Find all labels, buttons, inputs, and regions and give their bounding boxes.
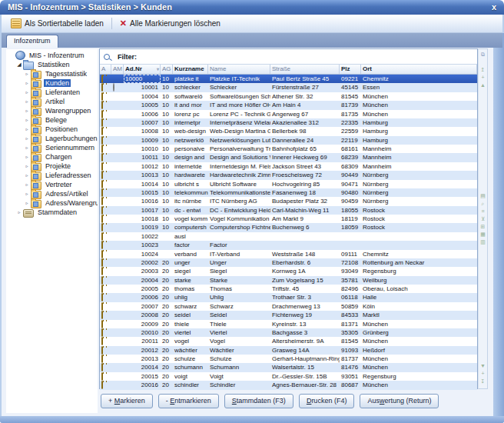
grid-a-icon[interactable]: ▦ xyxy=(479,231,487,238)
expand-arrow-icon[interactable]: ▹ xyxy=(23,162,31,171)
expand-arrow-icon[interactable]: ▹ xyxy=(23,180,31,189)
table-row[interactable]: 10024verbandIT-VerbandWeststraße 1480911… xyxy=(100,250,477,258)
expand-arrow-icon[interactable]: ▹ xyxy=(23,189,31,198)
table-row[interactable]: 1001510telekommunTelekommunikationstechn… xyxy=(100,188,477,197)
filter-row[interactable]: Filter: xyxy=(100,49,477,65)
table-row[interactable]: 2001620schindlerSchindlerAgnes-Bernauer-… xyxy=(100,381,477,389)
scroll-to-top-icon[interactable]: ↥ xyxy=(479,66,487,74)
tree-item-lieferanten[interactable]: ▹Lieferanten xyxy=(6,88,98,97)
tree-item-lieferadressen[interactable]: ▹Lieferadressen xyxy=(6,171,98,180)
table-row[interactable]: 2001320schulzeSchulzeGerhart-Hauptmann-R… xyxy=(100,355,477,363)
table-row[interactable]: 2000720schwarzSchwarzDrachmenweg 1350859… xyxy=(100,302,477,311)
table-row[interactable]: 1000910netzwerklöNetzwerklösungen Lutz R… xyxy=(100,136,477,145)
table-row[interactable]: 2001120vogelVogelAltersheimerstr. 9A8154… xyxy=(100,337,477,345)
column-header-ort[interactable]: Ort xyxy=(361,65,477,74)
expand-arrow-icon[interactable]: ▹ xyxy=(23,97,31,106)
column-header-strasse[interactable]: Straße xyxy=(270,65,340,74)
tree-item-belege[interactable]: ▹Belege xyxy=(6,115,98,125)
tree-item-chargen[interactable]: ▹Chargen xyxy=(6,152,98,162)
table-row[interactable]: 2001020viertelViertelBachgasse 335305Grü… xyxy=(100,328,477,337)
expand-arrow-icon[interactable]: ▹ xyxy=(23,78,31,88)
table-row[interactable]: 1001310hardwareteHardwaretechnik Zimmerm… xyxy=(100,171,477,179)
table-row[interactable]: 1001810vogel kommVogel Kommunikation OHG… xyxy=(100,215,477,223)
layout-grid-icon[interactable]: ⊞ xyxy=(479,223,487,231)
expand-arrow-icon[interactable]: ▹ xyxy=(23,171,31,180)
expand-arrow-icon[interactable]: ▹ xyxy=(23,88,31,97)
tree-item-warengruppen[interactable]: ▹Warengruppen xyxy=(6,106,98,115)
grid-b-icon[interactable]: ▥ xyxy=(479,238,487,246)
table-row[interactable]: 1000610lorenz pcLorenz PC - Technik GmbH… xyxy=(100,110,477,118)
tree-item-statistiken[interactable]: ◢Statistiken xyxy=(6,60,98,69)
column-header-plz[interactable]: Plz xyxy=(340,65,361,74)
table-row[interactable]: 10023factorFactor xyxy=(100,241,477,249)
table-row[interactable]: 1000010platzke itPlatzke IT-TechnikPaul … xyxy=(100,75,477,83)
tree-item-adress-warengruppen[interactable]: ▹Adress/Warengruppen xyxy=(6,198,98,208)
tab-infozentrum[interactable]: Infozentrum xyxy=(6,35,58,48)
table-row[interactable]: 1000710internetprInternetpräsenz Wieland… xyxy=(100,118,477,127)
table-row[interactable]: 2001220wächtlerWächtlerGrasweg 14A91093H… xyxy=(100,346,477,355)
table-row[interactable]: 1001210internetdeInternetdesign M. Fleis… xyxy=(100,162,477,171)
scroll-up-icon[interactable]: ▲ xyxy=(479,82,487,89)
expand-arrow-icon[interactable]: ▹ xyxy=(23,69,31,78)
close-icon[interactable]: x xyxy=(492,0,496,15)
clear-marks-button[interactable]: ✕ Alle Markierungen löschen xyxy=(115,18,225,29)
entmarkieren-button[interactable]: - Entmarkieren xyxy=(158,394,219,408)
table-row[interactable]: 10022ausl xyxy=(100,232,477,241)
table-row[interactable]: 1000810web-designWeb-Design Martina Groß… xyxy=(100,127,477,135)
tree-item-kunden[interactable]: ▹Kunden xyxy=(6,78,98,88)
table-row[interactable]: 1000410softwarelöSoftwarelösungen Scholl… xyxy=(100,92,477,101)
scroll-down-icon[interactable]: ▼ xyxy=(479,362,487,370)
table-row[interactable]: 2000520thomasThomasTriftstr. 4582496Ober… xyxy=(100,285,477,293)
expand-arrow-icon[interactable]: ▹ xyxy=(23,143,31,152)
column-header-name[interactable]: Name xyxy=(208,65,270,74)
column-header-a[interactable]: A xyxy=(100,65,111,74)
tree-item-vertreter[interactable]: ▹Vertreter xyxy=(6,180,98,189)
zoom-icon[interactable]: ⌕ xyxy=(479,200,487,208)
tree-item-adress-artikel[interactable]: ▹Adress/Artikel xyxy=(6,189,98,198)
load-sorttable-button[interactable]: Als Sortiertabelle laden xyxy=(6,17,108,30)
sort-down-icon[interactable]: ⊻ xyxy=(479,215,487,223)
tree-item-artikel[interactable]: ▹Artikel xyxy=(6,97,98,106)
table-row[interactable]: 1001010personalvePersonalverwaltung Tren… xyxy=(100,145,477,153)
table-row[interactable]: 1001610itc nürnbeITC Nürnberg AGBudapest… xyxy=(100,197,477,205)
expand-arrow-icon[interactable]: ▹ xyxy=(23,125,31,134)
markieren-button[interactable]: + Markieren xyxy=(101,394,153,408)
tree-item-projekte[interactable]: ▹Projekte xyxy=(6,162,98,171)
tree-item-seriennummern[interactable]: ▹Seriennummern xyxy=(6,143,98,152)
table-row[interactable]: 2000820seidelSeidelFichtenweg 1984533Mar… xyxy=(100,311,477,319)
table-row[interactable]: 2001420schumannSchumannWalsertalstr. 158… xyxy=(100,363,477,371)
table-row[interactable]: 2000920thieleThieleKyreinstr. 1381371Mün… xyxy=(100,320,477,328)
expand-arrow-icon[interactable]: ▹ xyxy=(23,198,31,208)
table-row[interactable]: 2000620uhligUhligTrothaer Str. 306118Hal… xyxy=(100,293,477,301)
table-row[interactable]: 1000110schleckerSchleckerFürstenstraße 2… xyxy=(100,83,477,92)
card-view-icon[interactable]: ▤ xyxy=(479,192,487,200)
tree-item-tagesstatistik[interactable]: ▹Tagesstatistik xyxy=(6,69,98,78)
list-view-icon[interactable]: ≡ xyxy=(479,208,487,215)
table-row[interactable]: 2001520voigtVoigtDr.-Gessler-Str. 15B930… xyxy=(100,372,477,381)
column-header-kurzname[interactable]: Kurzname xyxy=(173,65,208,74)
tree-item-lagerbuchungen[interactable]: ▹Lagerbuchungen xyxy=(6,134,98,143)
expand-arrow-icon[interactable]: ▹ xyxy=(23,152,31,162)
append-row-icon[interactable]: + xyxy=(479,370,487,378)
table-row[interactable]: 1001410ulbricht sUlbricht SoftwareHochvo… xyxy=(100,180,477,188)
expand-arrow-icon[interactable]: ▹ xyxy=(23,106,31,115)
scroll-to-bottom-icon[interactable]: ↧ xyxy=(479,378,487,385)
table-row[interactable]: 1001110design andDesign and Solutions We… xyxy=(100,153,477,162)
expand-arrow-icon[interactable]: ▹ xyxy=(23,115,31,125)
table-row[interactable]: 2000320siegelSiegelKornweg 1A93049Regens… xyxy=(100,267,477,275)
table-row[interactable]: 1000510it and morIT and more Höfler OHGA… xyxy=(100,101,477,109)
column-header-am[interactable]: AM xyxy=(111,65,124,74)
tree-item-mis-infozentrum[interactable]: MIS - Infozentrum xyxy=(6,51,98,60)
auswertung-button[interactable]: Auswertung (Return) xyxy=(360,394,439,408)
column-header-ag[interactable]: AG xyxy=(161,65,173,74)
table-row[interactable]: 1001710dc - entwiDC - Entwicklung Heidne… xyxy=(100,206,477,215)
expand-arrow-icon[interactable]: ▹ xyxy=(15,208,23,217)
tree-item-positionen[interactable]: ▹Positionen xyxy=(6,125,98,134)
tree-item-stammdaten[interactable]: ▹Stammdaten xyxy=(6,208,98,217)
column-header-adnr[interactable]: Ad.Nr▾ xyxy=(124,65,161,74)
table-row[interactable]: 2000220ungerUngerEberhardstr. 672108Rott… xyxy=(100,258,477,267)
column-chooser-icon[interactable]: ⧉ xyxy=(479,51,487,58)
table-row[interactable]: 1001910computershComputershop FichtnerBu… xyxy=(100,223,477,231)
insert-row-icon[interactable]: + xyxy=(479,74,487,82)
expand-arrow-icon[interactable]: ▹ xyxy=(23,134,31,143)
